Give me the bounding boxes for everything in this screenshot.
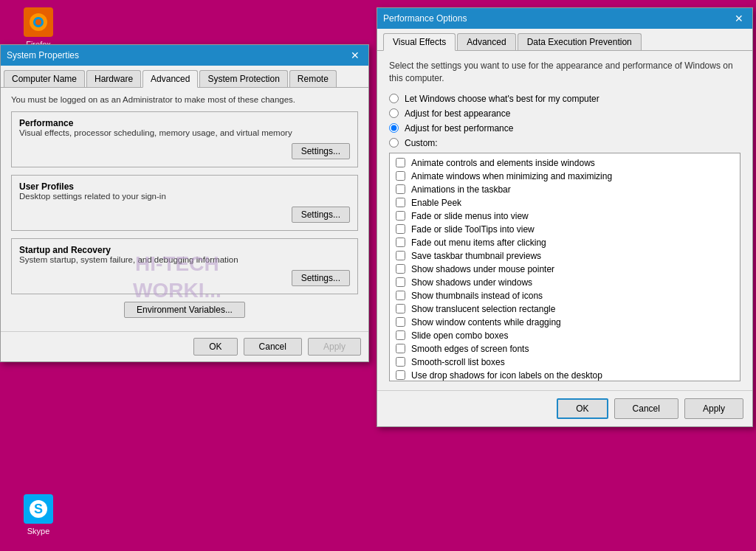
checkbox-label-1: Animate windows when minimizing and maxi… [411,171,612,181]
checkbox-input-12[interactable] [396,317,405,327]
checkbox-item-15[interactable]: Smooth-scroll list boxes [390,356,740,369]
perf-desc: Select the settings you want to use for … [389,60,740,85]
tab-remote[interactable]: Remote [289,70,337,87]
firefox-icon[interactable]: Firefox [15,7,62,49]
user-profiles-title: User Profiles [19,181,74,192]
checkbox-input-7[interactable] [396,251,405,260]
skype-icon[interactable]: S Skype [15,494,62,536]
checkbox-input-11[interactable] [396,304,405,313]
checkbox-item-7[interactable]: Save taskbar thumbnail previews [390,249,740,263]
perf-tab-dep[interactable]: Data Execution Prevention [518,33,642,50]
radio-best-performance-input[interactable] [389,123,399,133]
env-vars-button[interactable]: Environment Variables... [124,302,245,318]
checkbox-input-16[interactable] [396,370,405,380]
checkbox-item-3[interactable]: Enable Peek [390,196,740,209]
tab-computer-name[interactable]: Computer Name [4,70,85,87]
firefox-icon-image [24,7,53,37]
checkbox-label-0: Animate controls and elements inside win… [411,158,595,168]
radio-best-appearance[interactable]: Adjust for best appearance [389,108,740,119]
checkbox-input-13[interactable] [396,330,405,340]
perf-apply-button[interactable]: Apply [684,398,743,419]
skype-icon-image: S [24,494,53,524]
checkbox-item-8[interactable]: Show shadows under mouse pointer [390,263,740,276]
radio-best-appearance-input[interactable] [389,108,399,118]
sys-props-ok-button[interactable]: OK [193,338,237,356]
visual-effects-list: Animate controls and elements inside win… [389,153,740,381]
tab-system-protection[interactable]: System Protection [199,70,287,87]
perf-cancel-button[interactable]: Cancel [614,398,678,419]
checkbox-input-1[interactable] [396,171,405,181]
perf-tab-advanced[interactable]: Advanced [457,33,515,50]
admin-notice: You must be logged on as an Administrato… [11,95,358,104]
checkbox-input-15[interactable] [396,357,405,367]
radio-custom[interactable]: Custom: [389,138,740,148]
perf-tab-visual-effects[interactable]: Visual Effects [383,33,456,51]
radio-windows-best[interactable]: Let Windows choose what's best for my co… [389,94,740,104]
sys-props-footer: OK Cancel Apply [1,331,368,361]
checkbox-label-4: Fade or slide menus into view [411,211,529,221]
perf-options-tabs: Visual Effects Advanced Data Execution P… [377,29,752,51]
checkbox-input-5[interactable] [396,224,405,234]
perf-options-footer: OK Cancel Apply [377,390,752,426]
checkbox-item-4[interactable]: Fade or slide menus into view [390,209,740,223]
radio-custom-label: Custom: [405,138,438,148]
checkbox-input-0[interactable] [396,158,405,167]
checkbox-label-7: Save taskbar thumbnail previews [411,251,541,261]
checkbox-label-9: Show shadows under windows [411,277,532,288]
checkbox-item-10[interactable]: Show thumbnails instead of icons [390,289,740,302]
checkbox-item-13[interactable]: Slide open combo boxes [390,329,740,342]
skype-label: Skype [27,527,50,536]
system-properties-window: System Properties ✕ Computer Name Hardwa… [0,44,369,362]
perf-options-content: Select the settings you want to use for … [377,51,752,390]
checkbox-item-11[interactable]: Show translucent selection rectangle [390,302,740,316]
checkbox-item-9[interactable]: Show shadows under windows [390,276,740,289]
checkbox-label-11: Show translucent selection rectangle [411,304,555,314]
performance-title: Performance [19,118,73,128]
checkbox-input-2[interactable] [396,184,405,194]
checkbox-input-4[interactable] [396,211,405,221]
checkbox-label-13: Slide open combo boxes [411,330,508,341]
checkbox-input-3[interactable] [396,198,405,207]
performance-settings-button[interactable]: Settings... [292,143,350,159]
checkbox-item-5[interactable]: Fade or slide ToolTips into view [390,223,740,236]
svg-text:S: S [34,502,43,516]
checkbox-item-1[interactable]: Animate windows when minimizing and maxi… [390,170,740,183]
radio-best-performance-label: Adjust for best performance [405,123,513,134]
checkbox-item-16[interactable]: Use drop shadows for icon labels on the … [390,369,740,381]
checkbox-input-14[interactable] [396,344,405,353]
sys-props-tabs: Computer Name Hardware Advanced System P… [1,66,368,88]
startup-recovery-settings-button[interactable]: Settings... [292,270,350,286]
startup-recovery-title: Startup and Recovery [19,245,111,255]
checkbox-input-8[interactable] [396,264,405,274]
radio-windows-best-label: Let Windows choose what's best for my co… [405,94,599,104]
checkbox-item-14[interactable]: Smooth edges of screen fonts [390,342,740,356]
sys-props-apply-button[interactable]: Apply [308,338,361,356]
sys-props-close-button[interactable]: ✕ [348,49,362,61]
performance-options-window: Performance Options ✕ Visual Effects Adv… [377,7,753,427]
sys-props-cancel-button[interactable]: Cancel [244,338,302,356]
checkbox-input-10[interactable] [396,291,405,300]
checkbox-label-15: Smooth-scroll list boxes [411,357,505,367]
tab-advanced[interactable]: Advanced [142,70,198,88]
sys-props-content: You must be logged on as an Administrato… [1,88,368,331]
tab-hardware[interactable]: Hardware [86,70,141,87]
checkbox-item-6[interactable]: Fade out menu items after clicking [390,236,740,249]
perf-options-titlebar: Performance Options ✕ [377,8,752,29]
perf-options-close-button[interactable]: ✕ [732,13,746,24]
radio-best-appearance-label: Adjust for best appearance [405,108,510,119]
checkbox-label-16: Use drop shadows for icon labels on the … [411,370,602,381]
startup-recovery-desc: System startup, system failure, and debu… [19,255,350,264]
radio-windows-best-input[interactable] [389,94,399,103]
checkbox-input-6[interactable] [396,238,405,247]
checkbox-item-0[interactable]: Animate controls and elements inside win… [390,156,740,170]
radio-best-performance[interactable]: Adjust for best performance [389,123,740,134]
checkbox-item-2[interactable]: Animations in the taskbar [390,183,740,196]
radio-custom-input[interactable] [389,138,399,148]
checkbox-input-9[interactable] [396,277,405,287]
user-profiles-settings-button[interactable]: Settings... [292,207,350,223]
checkbox-label-12: Show window contents while dragging [411,317,561,328]
checkbox-item-12[interactable]: Show window contents while dragging [390,316,740,329]
perf-ok-button[interactable]: OK [557,398,608,419]
performance-section: Performance Visual effects, processor sc… [11,111,358,167]
perf-options-title: Performance Options [383,13,467,24]
